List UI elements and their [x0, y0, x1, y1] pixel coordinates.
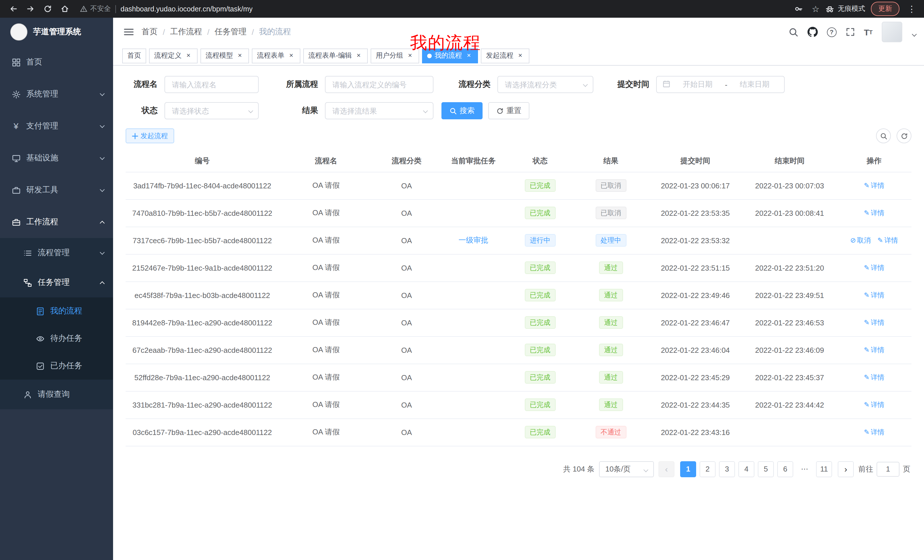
category-select[interactable] [497, 76, 593, 93]
cell-result: 通过 [574, 391, 648, 418]
detail-link[interactable]: ✎详情 [864, 264, 884, 271]
prev-page-button[interactable]: ‹ [658, 461, 675, 477]
page-content: 流程名 所属流程 流程分类 提交时间 [113, 66, 924, 560]
github-icon[interactable] [807, 27, 818, 37]
detail-link[interactable]: ✎详情 [864, 181, 884, 189]
table-row: 819442e8-7b9a-11ec-a290-acde48001122 OA … [126, 309, 911, 336]
sidebar-item-home[interactable]: 首页 [0, 46, 113, 78]
sidebar-item-devtools[interactable]: 研发工具 [0, 174, 113, 206]
tab-close-icon[interactable]: × [236, 52, 244, 60]
user-avatar[interactable] [882, 22, 902, 42]
cell-category: OA [373, 391, 440, 418]
page-number-button[interactable]: 3 [719, 461, 735, 477]
sidebar-item-workflow[interactable]: 工作流程 [0, 206, 113, 238]
sidebar-item-todo-tasks[interactable]: 待办任务 [0, 325, 113, 352]
cell-name: OA 请假 [279, 418, 373, 446]
toggle-search-button[interactable] [876, 129, 891, 143]
page-number-button[interactable]: 11 [816, 461, 832, 477]
breadcrumb-workflow[interactable]: 工作流程 [170, 27, 202, 37]
detail-link[interactable]: ✎详情 [864, 373, 884, 381]
reload-icon[interactable] [40, 1, 55, 16]
password-key-icon[interactable] [791, 1, 806, 16]
cell-submit-time: 2022-01-22 23:46:47 [648, 309, 742, 336]
detail-link[interactable]: ✎详情 [864, 400, 884, 409]
cell-actions: ✎详情 [837, 199, 911, 227]
detail-link[interactable]: ✎详情 [864, 428, 884, 436]
submit-time-range-picker[interactable]: 开始日期 - 结束日期 [656, 76, 784, 93]
detail-link[interactable]: ✎详情 [864, 346, 884, 353]
tab-close-icon[interactable]: × [516, 52, 524, 60]
detail-link[interactable]: ✎详情 [878, 236, 898, 244]
browser-update-button[interactable]: 更新 [871, 2, 900, 16]
page-tab[interactable]: 流程表单-编辑 × [303, 48, 368, 63]
sidebar-item-leave-query[interactable]: 请假查询 [0, 380, 113, 409]
page-tab[interactable]: 首页 [122, 48, 146, 63]
result-select[interactable] [325, 102, 434, 119]
current-task-link[interactable]: 一级审批 [459, 236, 488, 244]
page-number-button[interactable]: 5 [758, 461, 774, 477]
next-page-button[interactable]: › [838, 461, 854, 477]
page-number-button[interactable]: ⋯ [796, 461, 813, 477]
cancel-link[interactable]: ⊘取消 [850, 236, 871, 244]
search-icon[interactable] [788, 27, 798, 37]
home-icon[interactable] [57, 1, 72, 16]
chevron-down-icon [583, 82, 588, 87]
cell-actions: ⊘取消 ✎详情 [837, 227, 911, 254]
sidebar-item-process-mgmt[interactable]: 流程管理 [0, 238, 113, 268]
cell-status: 已完成 [507, 336, 574, 364]
sidebar-item-payment[interactable]: ¥ 支付管理 [0, 110, 113, 142]
reset-button[interactable]: 重置 [488, 102, 530, 119]
sidebar-item-system[interactable]: 系统管理 [0, 78, 113, 110]
page-number-button[interactable]: 2 [700, 461, 716, 477]
eye-icon [35, 334, 45, 343]
create-process-button[interactable]: 发起流程 [126, 129, 174, 143]
page-tab[interactable]: 我的流程 × [422, 48, 478, 63]
address-bar[interactable]: 不安全 dashboard.yudao.iocoder.cn/bpm/task/… [80, 4, 783, 14]
page-tab[interactable]: 发起流程 × [481, 48, 530, 63]
browser-menu-icon[interactable]: ⋮ [905, 4, 918, 14]
goto-page-input[interactable] [877, 461, 900, 476]
cell-end-time: 2022-01-22 23:49:51 [742, 281, 837, 309]
page-tab[interactable]: 流程定义 × [149, 48, 198, 63]
sidebar-item-my-process[interactable]: 我的流程 [0, 297, 113, 325]
url-text[interactable]: dashboard.yudao.iocoder.cn/bpm/task/my [120, 5, 253, 13]
cell-id: 3ad174fb-7b9d-11ec-8404-acde48001122 [126, 172, 279, 199]
refresh-table-button[interactable] [897, 129, 911, 143]
search-button[interactable]: 搜索 [441, 102, 483, 119]
detail-link[interactable]: ✎详情 [864, 291, 884, 299]
tab-close-icon[interactable]: × [184, 52, 192, 60]
fullscreen-icon[interactable] [846, 27, 855, 36]
process-name-input[interactable] [165, 76, 259, 93]
page-number-button[interactable]: 1 [680, 461, 696, 477]
workflow-icon [11, 217, 21, 227]
sidebar-item-task-mgmt[interactable]: 任务管理 [0, 268, 113, 297]
status-select[interactable] [165, 102, 259, 119]
page-tab[interactable]: 流程模型 × [201, 48, 249, 63]
tab-close-icon[interactable]: × [465, 52, 473, 60]
page-number-button[interactable]: 4 [738, 461, 754, 477]
tab-close-icon[interactable]: × [406, 52, 414, 60]
forward-icon[interactable] [23, 1, 38, 16]
help-icon[interactable]: ? [826, 27, 836, 37]
page-size-select[interactable]: 10条/页 [599, 461, 654, 477]
sidebar-toggle-icon[interactable] [121, 24, 136, 39]
back-icon[interactable] [6, 1, 21, 16]
page-number-button[interactable]: 6 [777, 461, 793, 477]
not-secure-warning[interactable]: 不安全 [80, 4, 111, 14]
filter-definition-label: 所属流程 [272, 79, 325, 90]
process-definition-input[interactable] [325, 76, 434, 93]
bookmark-star-icon[interactable]: ☆ [812, 4, 819, 14]
breadcrumb-task-mgmt[interactable]: 任务管理 [215, 27, 247, 37]
sidebar-item-done-tasks[interactable]: 已办任务 [0, 352, 113, 380]
tab-close-icon[interactable]: × [355, 52, 363, 60]
detail-link[interactable]: ✎详情 [864, 318, 884, 326]
avatar-dropdown-caret[interactable] [912, 32, 917, 37]
page-tab[interactable]: 流程表单 × [252, 48, 300, 63]
cell-result: 通过 [574, 309, 648, 336]
breadcrumb-home[interactable]: 首页 [142, 27, 158, 37]
sidebar-item-infra[interactable]: 基础设施 [0, 142, 113, 174]
page-tab[interactable]: 用户分组 × [370, 48, 419, 63]
font-size-icon[interactable]: TT [864, 27, 873, 37]
tab-close-icon[interactable]: × [287, 52, 295, 60]
detail-link[interactable]: ✎详情 [864, 209, 884, 217]
